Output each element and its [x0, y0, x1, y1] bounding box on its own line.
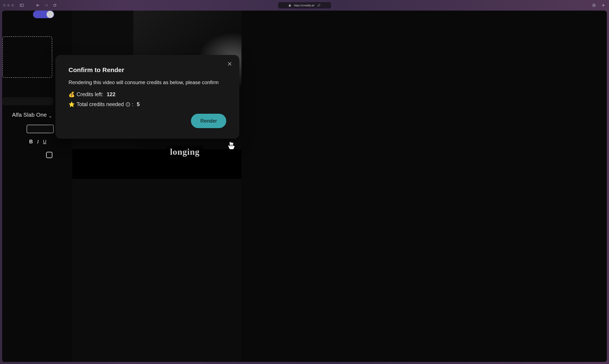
render-button[interactable]: Render — [191, 114, 226, 128]
font-selector[interactable]: Alfa Slab One — [12, 112, 52, 118]
share-link-icon[interactable] — [318, 4, 320, 7]
address-bar[interactable]: https://creatify.ai/ — [278, 2, 331, 8]
close-window-dot[interactable] — [3, 4, 5, 7]
upload-dropzone[interactable] — [2, 36, 52, 78]
confirm-render-modal: Confirm to Render Rendering this video w… — [55, 55, 239, 139]
credits-left-row: 💰 Credits left: 122 — [68, 91, 226, 97]
toggle-knob — [47, 11, 54, 18]
credits-needed-value: 5 — [137, 101, 140, 107]
lock-icon — [289, 4, 291, 7]
color-swatch[interactable] — [27, 125, 54, 133]
colon: : — [132, 101, 133, 107]
svg-point-6 — [128, 105, 128, 105]
bold-button[interactable]: B — [29, 139, 33, 144]
credits-needed-row: ⭐ Total credits needed : 5 — [68, 101, 226, 107]
italic-button[interactable]: I — [37, 139, 39, 144]
font-name-label: Alfa Slab One — [12, 112, 47, 118]
maximize-window-dot[interactable] — [12, 4, 14, 7]
address-url-text: https://creatify.ai/ — [294, 4, 315, 7]
svg-rect-2 — [289, 5, 291, 7]
modal-title: Confirm to Render — [68, 66, 226, 74]
credits-needed-label: Total credits needed — [77, 101, 124, 107]
checkbox[interactable] — [46, 152, 53, 158]
caption-overlay: longing — [166, 145, 203, 159]
option-bar[interactable] — [2, 97, 53, 105]
credits-left-label: Credits left: — [77, 91, 103, 97]
downloads-icon[interactable] — [591, 2, 597, 8]
close-button[interactable] — [225, 60, 234, 68]
text-style-row: B I U — [29, 139, 46, 144]
sidebar-toggle-icon[interactable] — [19, 2, 25, 8]
app-viewport: longing Alfa Slab One B I U Confirm to R… — [2, 11, 607, 362]
svg-rect-0 — [20, 4, 24, 7]
reload-icon[interactable] — [52, 2, 57, 8]
feature-toggle[interactable] — [33, 11, 54, 18]
minimize-window-dot[interactable] — [7, 4, 10, 7]
underline-button[interactable]: U — [43, 139, 46, 144]
modal-description: Rendering this video will consume credit… — [68, 79, 226, 85]
credits-left-value: 122 — [106, 91, 116, 97]
chevron-down-icon — [49, 113, 52, 117]
new-tab-icon[interactable] — [601, 2, 606, 8]
window-controls — [3, 4, 14, 7]
star-icon: ⭐ — [68, 102, 75, 107]
back-icon[interactable] — [35, 2, 40, 8]
preview-lower — [72, 149, 241, 179]
money-bag-icon: 💰 — [68, 91, 75, 97]
browser-toolbar: https://creatify.ai/ — [0, 0, 609, 11]
info-icon[interactable] — [126, 102, 130, 107]
forward-icon — [44, 2, 49, 8]
